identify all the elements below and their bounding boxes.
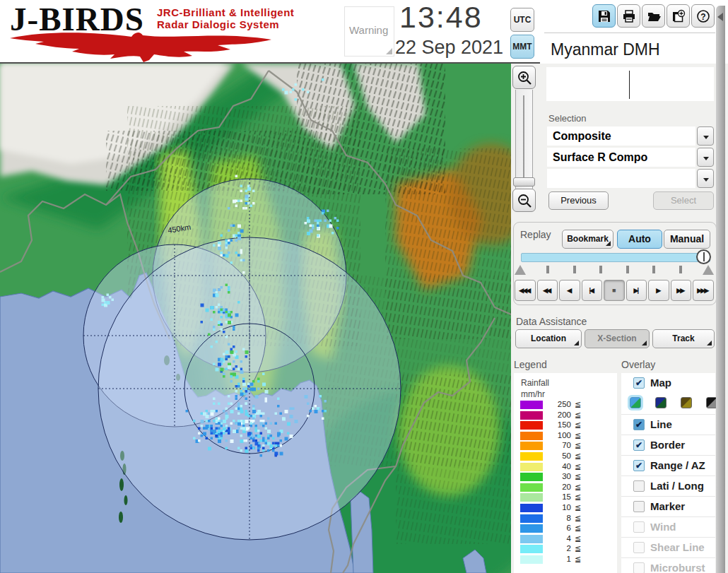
empty-dropdown-arrow[interactable] [697,169,714,188]
new-window-button[interactable] [667,4,690,28]
zoom-slider-handle[interactable] [513,177,535,187]
composite-dropdown-arrow[interactable] [697,126,714,146]
legend-row: 6≦ [514,524,617,534]
manual-mode-button[interactable]: Manual [664,230,710,249]
legend-value: 1 [546,555,571,563]
play-reverse-button[interactable]: ◀ [559,280,580,301]
overlay-item-label: Marker [650,500,685,512]
tagline-line1: JRC-Brilliant & Intelligent [157,6,294,18]
step-forward-button[interactable]: ▶| [626,280,647,301]
legend-operator: ≦ [575,472,581,481]
timeline-tick [599,266,602,273]
legend-value: 4 [546,534,571,543]
handle-line [703,252,705,261]
legend-operator: ≦ [575,555,581,564]
timeline-tick [626,266,629,273]
stop-button[interactable]: ■ [604,280,625,301]
replay-timeline-handle[interactable] [696,249,711,264]
composite-dropdown[interactable]: Composite [547,126,695,146]
new-window-icon [671,9,686,23]
timeline-tick [652,266,655,273]
auto-mode-button[interactable]: Auto [617,230,662,249]
checkbox-border[interactable]: ✔ [633,439,645,451]
map-style-swatch-3[interactable] [681,397,692,408]
forward-button[interactable]: ▶▶ [671,280,692,301]
legend-operator: ≦ [575,410,581,420]
timeline-end-marker[interactable] [703,265,714,275]
map-style-swatch-2[interactable] [655,397,667,408]
legend-color-swatch [520,442,543,450]
legend-color-swatch [520,514,543,523]
radar-map-canvas[interactable]: 450km [0,64,511,573]
overlay-row-map: ✔Map [621,373,715,393]
zoom-out-button[interactable] [512,189,536,212]
resize-grip-icon[interactable] [386,48,392,54]
utc-button[interactable]: UTC [510,8,534,32]
panel-collapse-strip[interactable] [716,6,725,573]
legend-operator: ≦ [575,524,581,533]
map-style-swatch-1[interactable] [630,397,641,408]
open-folder-button[interactable] [642,4,665,28]
replay-timeline-track[interactable] [521,253,710,262]
checkbox-lati-long[interactable] [633,480,645,492]
legend-operator: ≦ [575,462,581,471]
select-button[interactable]: Select [653,191,714,210]
info-display-box[interactable] [546,67,714,101]
x-section-label: X-Section [597,333,636,343]
product-dropdown-arrow[interactable] [697,148,714,167]
legend-color-swatch [520,483,543,492]
legend-value: 2 [546,544,571,553]
header-divider [544,33,715,33]
warning-panel[interactable]: Warning [344,6,394,57]
step-back-button[interactable]: |◀ [582,280,603,301]
help-button[interactable]: ? [691,4,715,28]
empty-dropdown[interactable] [547,169,695,188]
previous-button[interactable]: Previous [548,191,609,210]
overlay-panel: ✔Map✔Line✔Border✔Range / AZLati / LongMa… [621,373,715,573]
legend-operator: ≦ [575,420,581,430]
legend-value: 250 [546,400,571,408]
chevron-down-icon [703,136,709,139]
mmt-button[interactable]: MMT [510,35,534,59]
legend-value: 6 [546,524,571,532]
checkbox-map[interactable]: ✔ [633,377,645,389]
legend-operator: ≦ [575,431,581,440]
checkbox-range-az[interactable]: ✔ [633,460,645,471]
timeline-start-marker[interactable] [515,265,526,275]
save-button[interactable] [592,4,616,28]
eagle-logo-icon [7,30,274,62]
x-section-button[interactable]: X-Section [585,329,650,348]
save-icon [597,9,611,23]
location-button[interactable]: Location [515,329,582,348]
checkbox-wind [633,521,645,533]
legend-row: 4≦ [514,534,617,545]
legend-color-swatch [520,555,543,564]
rewind-fastest-button[interactable]: ◀◀◀ [515,280,536,301]
overlay-item-label: Border [650,439,685,451]
rewind-button[interactable]: ◀◀ [537,280,558,301]
legend-operator: ≦ [575,451,581,461]
collapse-left-icon [717,13,723,21]
track-button[interactable]: Track [652,329,715,348]
overlay-row-border: ✔Border [621,435,715,455]
zoom-in-button[interactable] [512,66,536,89]
forward-fastest-button[interactable]: ▶▶▶ [693,280,714,301]
legend-panel: Rainfall mm/hr 250≦200≦150≦100≦70≦50≦40≦… [514,373,617,573]
checkbox-marker[interactable] [633,501,645,512]
print-icon [622,9,636,23]
legend-color-swatch [520,401,543,409]
checkbox-line[interactable]: ✔ [633,419,645,430]
legend-value: 40 [546,462,571,471]
chevron-down-icon [703,178,709,182]
legend-row: 100≦ [514,431,617,442]
product-dropdown[interactable]: Surface R Compo [547,148,695,167]
legend-value: 150 [546,420,571,429]
legend-value: 50 [546,451,571,460]
bookmark-button[interactable]: Bookmark [562,230,613,249]
play-button[interactable]: ▶ [648,280,669,301]
radar-map[interactable]: 450km [0,64,511,573]
corner-grip-icon [606,241,611,246]
print-button[interactable] [617,4,640,28]
replay-label: Replay [520,229,551,240]
app-logo-tagline: JRC-Brilliant & Intelligent Radar Dialog… [157,6,294,30]
